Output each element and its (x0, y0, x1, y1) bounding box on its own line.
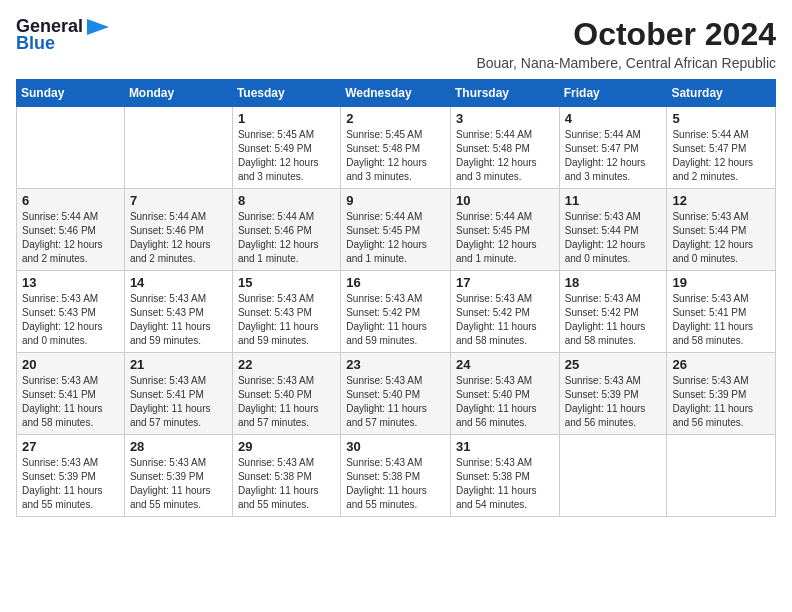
day-detail: Sunrise: 5:44 AM Sunset: 5:47 PM Dayligh… (672, 128, 770, 184)
logo-icon (87, 19, 109, 35)
calendar-cell: 31Sunrise: 5:43 AM Sunset: 5:38 PM Dayli… (450, 435, 559, 517)
day-number: 26 (672, 357, 770, 372)
day-number: 4 (565, 111, 662, 126)
calendar-cell: 27Sunrise: 5:43 AM Sunset: 5:39 PM Dayli… (17, 435, 125, 517)
day-detail: Sunrise: 5:43 AM Sunset: 5:40 PM Dayligh… (346, 374, 445, 430)
calendar-cell: 16Sunrise: 5:43 AM Sunset: 5:42 PM Dayli… (341, 271, 451, 353)
day-detail: Sunrise: 5:43 AM Sunset: 5:43 PM Dayligh… (130, 292, 227, 348)
calendar-cell: 30Sunrise: 5:43 AM Sunset: 5:38 PM Dayli… (341, 435, 451, 517)
logo-blue-text: Blue (16, 33, 55, 54)
weekday-row: SundayMondayTuesdayWednesdayThursdayFrid… (17, 80, 776, 107)
day-detail: Sunrise: 5:43 AM Sunset: 5:38 PM Dayligh… (238, 456, 335, 512)
day-detail: Sunrise: 5:43 AM Sunset: 5:44 PM Dayligh… (672, 210, 770, 266)
weekday-saturday: Saturday (667, 80, 776, 107)
day-number: 13 (22, 275, 119, 290)
calendar-cell: 9Sunrise: 5:44 AM Sunset: 5:45 PM Daylig… (341, 189, 451, 271)
day-number: 12 (672, 193, 770, 208)
day-number: 16 (346, 275, 445, 290)
day-number: 15 (238, 275, 335, 290)
calendar-cell: 28Sunrise: 5:43 AM Sunset: 5:39 PM Dayli… (124, 435, 232, 517)
calendar-cell: 26Sunrise: 5:43 AM Sunset: 5:39 PM Dayli… (667, 353, 776, 435)
calendar-cell: 11Sunrise: 5:43 AM Sunset: 5:44 PM Dayli… (559, 189, 667, 271)
calendar-header: SundayMondayTuesdayWednesdayThursdayFrid… (17, 80, 776, 107)
day-number: 23 (346, 357, 445, 372)
weekday-friday: Friday (559, 80, 667, 107)
calendar-cell: 6Sunrise: 5:44 AM Sunset: 5:46 PM Daylig… (17, 189, 125, 271)
location-title: Bouar, Nana-Mambere, Central African Rep… (476, 55, 776, 71)
day-number: 14 (130, 275, 227, 290)
calendar-cell: 18Sunrise: 5:43 AM Sunset: 5:42 PM Dayli… (559, 271, 667, 353)
day-number: 5 (672, 111, 770, 126)
week-row-1: 1Sunrise: 5:45 AM Sunset: 5:49 PM Daylig… (17, 107, 776, 189)
day-detail: Sunrise: 5:43 AM Sunset: 5:40 PM Dayligh… (456, 374, 554, 430)
calendar-table: SundayMondayTuesdayWednesdayThursdayFrid… (16, 79, 776, 517)
weekday-wednesday: Wednesday (341, 80, 451, 107)
day-detail: Sunrise: 5:43 AM Sunset: 5:42 PM Dayligh… (456, 292, 554, 348)
day-number: 10 (456, 193, 554, 208)
weekday-thursday: Thursday (450, 80, 559, 107)
calendar-cell (17, 107, 125, 189)
day-number: 29 (238, 439, 335, 454)
day-number: 11 (565, 193, 662, 208)
day-number: 8 (238, 193, 335, 208)
calendar-cell: 17Sunrise: 5:43 AM Sunset: 5:42 PM Dayli… (450, 271, 559, 353)
day-detail: Sunrise: 5:44 AM Sunset: 5:46 PM Dayligh… (130, 210, 227, 266)
calendar-cell: 8Sunrise: 5:44 AM Sunset: 5:46 PM Daylig… (232, 189, 340, 271)
calendar-cell: 29Sunrise: 5:43 AM Sunset: 5:38 PM Dayli… (232, 435, 340, 517)
day-number: 31 (456, 439, 554, 454)
day-number: 27 (22, 439, 119, 454)
day-number: 30 (346, 439, 445, 454)
calendar-cell: 2Sunrise: 5:45 AM Sunset: 5:48 PM Daylig… (341, 107, 451, 189)
day-detail: Sunrise: 5:44 AM Sunset: 5:45 PM Dayligh… (346, 210, 445, 266)
day-number: 9 (346, 193, 445, 208)
day-number: 1 (238, 111, 335, 126)
day-detail: Sunrise: 5:44 AM Sunset: 5:45 PM Dayligh… (456, 210, 554, 266)
day-number: 24 (456, 357, 554, 372)
day-detail: Sunrise: 5:43 AM Sunset: 5:39 PM Dayligh… (672, 374, 770, 430)
calendar-cell: 10Sunrise: 5:44 AM Sunset: 5:45 PM Dayli… (450, 189, 559, 271)
week-row-2: 6Sunrise: 5:44 AM Sunset: 5:46 PM Daylig… (17, 189, 776, 271)
calendar-body: 1Sunrise: 5:45 AM Sunset: 5:49 PM Daylig… (17, 107, 776, 517)
calendar-cell (124, 107, 232, 189)
day-number: 22 (238, 357, 335, 372)
day-number: 25 (565, 357, 662, 372)
day-detail: Sunrise: 5:44 AM Sunset: 5:46 PM Dayligh… (238, 210, 335, 266)
day-number: 3 (456, 111, 554, 126)
week-row-3: 13Sunrise: 5:43 AM Sunset: 5:43 PM Dayli… (17, 271, 776, 353)
calendar-cell: 3Sunrise: 5:44 AM Sunset: 5:48 PM Daylig… (450, 107, 559, 189)
calendar-cell: 21Sunrise: 5:43 AM Sunset: 5:41 PM Dayli… (124, 353, 232, 435)
calendar-cell: 12Sunrise: 5:43 AM Sunset: 5:44 PM Dayli… (667, 189, 776, 271)
day-number: 19 (672, 275, 770, 290)
calendar-cell: 13Sunrise: 5:43 AM Sunset: 5:43 PM Dayli… (17, 271, 125, 353)
day-detail: Sunrise: 5:43 AM Sunset: 5:38 PM Dayligh… (346, 456, 445, 512)
month-title: October 2024 (476, 16, 776, 53)
day-detail: Sunrise: 5:43 AM Sunset: 5:41 PM Dayligh… (672, 292, 770, 348)
calendar-cell (559, 435, 667, 517)
day-detail: Sunrise: 5:43 AM Sunset: 5:41 PM Dayligh… (22, 374, 119, 430)
day-detail: Sunrise: 5:45 AM Sunset: 5:49 PM Dayligh… (238, 128, 335, 184)
day-detail: Sunrise: 5:43 AM Sunset: 5:39 PM Dayligh… (565, 374, 662, 430)
day-detail: Sunrise: 5:44 AM Sunset: 5:48 PM Dayligh… (456, 128, 554, 184)
day-detail: Sunrise: 5:43 AM Sunset: 5:43 PM Dayligh… (22, 292, 119, 348)
title-section: October 2024 Bouar, Nana-Mambere, Centra… (476, 16, 776, 71)
calendar-cell: 23Sunrise: 5:43 AM Sunset: 5:40 PM Dayli… (341, 353, 451, 435)
day-detail: Sunrise: 5:43 AM Sunset: 5:41 PM Dayligh… (130, 374, 227, 430)
calendar-cell: 1Sunrise: 5:45 AM Sunset: 5:49 PM Daylig… (232, 107, 340, 189)
weekday-sunday: Sunday (17, 80, 125, 107)
day-detail: Sunrise: 5:44 AM Sunset: 5:47 PM Dayligh… (565, 128, 662, 184)
day-detail: Sunrise: 5:43 AM Sunset: 5:43 PM Dayligh… (238, 292, 335, 348)
calendar-cell: 15Sunrise: 5:43 AM Sunset: 5:43 PM Dayli… (232, 271, 340, 353)
day-number: 20 (22, 357, 119, 372)
week-row-4: 20Sunrise: 5:43 AM Sunset: 5:41 PM Dayli… (17, 353, 776, 435)
weekday-tuesday: Tuesday (232, 80, 340, 107)
calendar-cell: 14Sunrise: 5:43 AM Sunset: 5:43 PM Dayli… (124, 271, 232, 353)
calendar-cell: 20Sunrise: 5:43 AM Sunset: 5:41 PM Dayli… (17, 353, 125, 435)
day-detail: Sunrise: 5:43 AM Sunset: 5:40 PM Dayligh… (238, 374, 335, 430)
calendar-cell: 24Sunrise: 5:43 AM Sunset: 5:40 PM Dayli… (450, 353, 559, 435)
calendar-cell: 4Sunrise: 5:44 AM Sunset: 5:47 PM Daylig… (559, 107, 667, 189)
week-row-5: 27Sunrise: 5:43 AM Sunset: 5:39 PM Dayli… (17, 435, 776, 517)
day-detail: Sunrise: 5:43 AM Sunset: 5:42 PM Dayligh… (346, 292, 445, 348)
day-detail: Sunrise: 5:44 AM Sunset: 5:46 PM Dayligh… (22, 210, 119, 266)
day-detail: Sunrise: 5:43 AM Sunset: 5:39 PM Dayligh… (22, 456, 119, 512)
calendar-cell: 25Sunrise: 5:43 AM Sunset: 5:39 PM Dayli… (559, 353, 667, 435)
